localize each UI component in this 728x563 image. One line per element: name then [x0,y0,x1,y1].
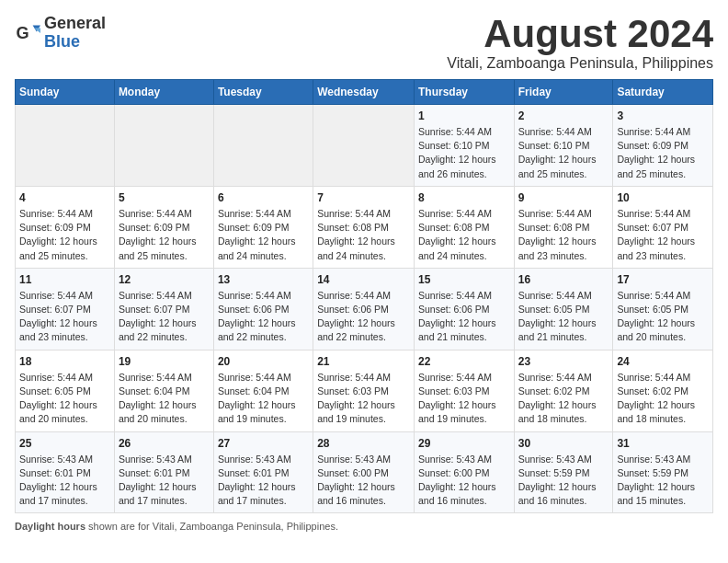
logo-text: General Blue [44,15,106,52]
calendar-cell: 27Sunrise: 5:43 AM Sunset: 6:01 PM Dayli… [213,431,313,513]
day-info: Sunrise: 5:44 AM Sunset: 6:03 PM Dayligh… [418,371,510,427]
calendar-cell: 13Sunrise: 5:44 AM Sunset: 6:06 PM Dayli… [213,268,313,350]
calendar-cell: 17Sunrise: 5:44 AM Sunset: 6:05 PM Dayli… [613,268,713,350]
day-info: Sunrise: 5:43 AM Sunset: 6:01 PM Dayligh… [19,453,110,509]
logo: G General Blue [15,15,106,52]
day-number: 31 [617,437,709,450]
day-info: Sunrise: 5:44 AM Sunset: 6:10 PM Dayligh… [418,125,510,181]
day-info: Sunrise: 5:44 AM Sunset: 6:07 PM Dayligh… [119,289,210,345]
calendar-week-3: 11Sunrise: 5:44 AM Sunset: 6:07 PM Dayli… [16,268,713,350]
day-number: 29 [418,437,510,450]
day-info: Sunrise: 5:43 AM Sunset: 6:00 PM Dayligh… [418,453,510,509]
calendar-cell: 8Sunrise: 5:44 AM Sunset: 6:08 PM Daylig… [414,186,514,268]
day-info: Sunrise: 5:43 AM Sunset: 6:00 PM Dayligh… [317,453,410,509]
day-info: Sunrise: 5:44 AM Sunset: 6:07 PM Dayligh… [19,289,110,345]
calendar-cell: 7Sunrise: 5:44 AM Sunset: 6:08 PM Daylig… [313,186,415,268]
day-number: 6 [218,191,309,204]
day-info: Sunrise: 5:44 AM Sunset: 6:09 PM Dayligh… [617,125,709,181]
day-info: Sunrise: 5:43 AM Sunset: 5:59 PM Dayligh… [617,453,709,509]
calendar-cell: 22Sunrise: 5:44 AM Sunset: 6:03 PM Dayli… [414,350,514,431]
footer: Daylight hours shown are for Vitali, Zam… [15,521,713,532]
logo-general-text: General [44,15,106,33]
calendar-week-1: 1Sunrise: 5:44 AM Sunset: 6:10 PM Daylig… [16,105,713,187]
calendar-cell: 24Sunrise: 5:44 AM Sunset: 6:02 PM Dayli… [613,350,713,431]
day-number: 10 [617,191,709,204]
day-number: 24 [617,355,709,368]
day-number: 23 [518,355,609,368]
day-info: Sunrise: 5:44 AM Sunset: 6:04 PM Dayligh… [218,371,309,427]
day-info: Sunrise: 5:44 AM Sunset: 6:08 PM Dayligh… [418,207,510,263]
calendar-cell: 5Sunrise: 5:44 AM Sunset: 6:09 PM Daylig… [114,186,213,268]
calendar-week-4: 18Sunrise: 5:44 AM Sunset: 6:05 PM Dayli… [16,350,713,431]
calendar-cell: 30Sunrise: 5:43 AM Sunset: 5:59 PM Dayli… [514,431,613,513]
day-number: 28 [317,437,410,450]
weekday-header-tuesday: Tuesday [213,80,313,105]
day-info: Sunrise: 5:44 AM Sunset: 6:09 PM Dayligh… [19,207,110,263]
day-info: Sunrise: 5:43 AM Sunset: 5:59 PM Dayligh… [518,453,609,509]
day-info: Sunrise: 5:44 AM Sunset: 6:08 PM Dayligh… [518,207,609,263]
logo-icon: G [15,20,40,46]
day-info: Sunrise: 5:44 AM Sunset: 6:04 PM Dayligh… [119,371,210,427]
day-info: Sunrise: 5:44 AM Sunset: 6:08 PM Dayligh… [317,207,410,263]
day-info: Sunrise: 5:44 AM Sunset: 6:02 PM Dayligh… [617,371,709,427]
calendar-location: Vitali, Zamboanga Peninsula, Philippines [447,55,713,72]
weekday-header-friday: Friday [514,80,613,105]
day-number: 26 [119,437,210,450]
day-number: 18 [19,355,110,368]
calendar-title: August 2024 [447,15,713,53]
svg-text:G: G [16,23,28,41]
calendar-cell: 3Sunrise: 5:44 AM Sunset: 6:09 PM Daylig… [613,105,713,187]
day-info: Sunrise: 5:44 AM Sunset: 6:06 PM Dayligh… [218,289,309,345]
calendar-cell: 26Sunrise: 5:43 AM Sunset: 6:01 PM Dayli… [114,431,213,513]
day-number: 2 [518,109,609,122]
day-number: 17 [617,273,709,286]
day-number: 15 [418,273,510,286]
logo-blue-text: Blue [44,33,106,52]
day-number: 20 [218,355,309,368]
calendar-cell [16,105,115,187]
calendar-week-5: 25Sunrise: 5:43 AM Sunset: 6:01 PM Dayli… [16,431,713,513]
calendar-cell: 9Sunrise: 5:44 AM Sunset: 6:08 PM Daylig… [514,186,613,268]
day-number: 13 [218,273,309,286]
day-info: Sunrise: 5:44 AM Sunset: 6:05 PM Dayligh… [19,371,110,427]
calendar-cell [114,105,213,187]
calendar-cell: 10Sunrise: 5:44 AM Sunset: 6:07 PM Dayli… [613,186,713,268]
calendar-cell: 1Sunrise: 5:44 AM Sunset: 6:10 PM Daylig… [414,105,514,187]
calendar-cell: 4Sunrise: 5:44 AM Sunset: 6:09 PM Daylig… [16,186,115,268]
day-info: Sunrise: 5:43 AM Sunset: 6:01 PM Dayligh… [218,453,309,509]
calendar-cell: 18Sunrise: 5:44 AM Sunset: 6:05 PM Dayli… [16,350,115,431]
day-number: 11 [19,273,110,286]
calendar-cell [213,105,313,187]
day-info: Sunrise: 5:44 AM Sunset: 6:09 PM Dayligh… [119,207,210,263]
weekday-header-monday: Monday [114,80,213,105]
calendar-cell [313,105,415,187]
footer-text: shown are for Vitali, Zamboanga Peninsul… [85,521,338,532]
day-number: 27 [218,437,309,450]
calendar-cell: 20Sunrise: 5:44 AM Sunset: 6:04 PM Dayli… [213,350,313,431]
calendar-cell: 23Sunrise: 5:44 AM Sunset: 6:02 PM Dayli… [514,350,613,431]
calendar-table: SundayMondayTuesdayWednesdayThursdayFrid… [15,79,713,513]
day-info: Sunrise: 5:44 AM Sunset: 6:02 PM Dayligh… [518,371,609,427]
calendar-header: SundayMondayTuesdayWednesdayThursdayFrid… [16,80,713,105]
calendar-week-2: 4Sunrise: 5:44 AM Sunset: 6:09 PM Daylig… [16,186,713,268]
day-number: 9 [518,191,609,204]
day-number: 22 [418,355,510,368]
calendar-cell: 6Sunrise: 5:44 AM Sunset: 6:09 PM Daylig… [213,186,313,268]
day-number: 25 [19,437,110,450]
calendar-cell: 11Sunrise: 5:44 AM Sunset: 6:07 PM Dayli… [16,268,115,350]
day-info: Sunrise: 5:44 AM Sunset: 6:03 PM Dayligh… [317,371,410,427]
day-number: 16 [518,273,609,286]
weekday-header-thursday: Thursday [414,80,514,105]
weekday-header-row: SundayMondayTuesdayWednesdayThursdayFrid… [16,80,713,105]
day-number: 19 [119,355,210,368]
calendar-cell: 2Sunrise: 5:44 AM Sunset: 6:10 PM Daylig… [514,105,613,187]
day-number: 14 [317,273,410,286]
calendar-cell: 15Sunrise: 5:44 AM Sunset: 6:06 PM Dayli… [414,268,514,350]
calendar-cell: 12Sunrise: 5:44 AM Sunset: 6:07 PM Dayli… [114,268,213,350]
day-number: 5 [119,191,210,204]
day-info: Sunrise: 5:44 AM Sunset: 6:05 PM Dayligh… [518,289,609,345]
calendar-cell: 28Sunrise: 5:43 AM Sunset: 6:00 PM Dayli… [313,431,415,513]
weekday-header-saturday: Saturday [613,80,713,105]
calendar-cell: 21Sunrise: 5:44 AM Sunset: 6:03 PM Dayli… [313,350,415,431]
calendar-body: 1Sunrise: 5:44 AM Sunset: 6:10 PM Daylig… [16,105,713,513]
